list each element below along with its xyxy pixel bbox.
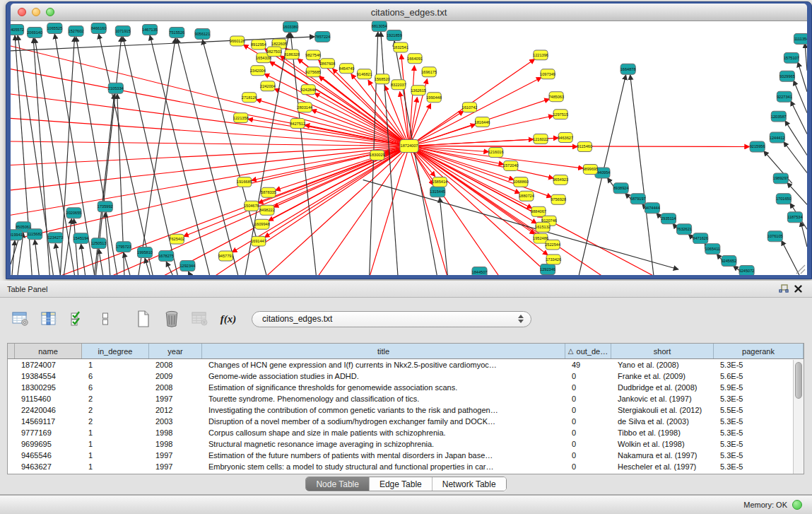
graph-node[interactable]: 1467135 <box>142 24 158 35</box>
graph-node[interactable]: 8471626 <box>693 233 708 244</box>
graph-node[interactable]: 9115460 <box>577 142 592 152</box>
graph-node[interactable]: 8498222 <box>259 205 275 215</box>
cell-title[interactable]: Estimation of the future numbers of pati… <box>202 450 565 461</box>
cell-out_degree[interactable]: 0 <box>565 438 611 450</box>
graph-node[interactable]: 1504678 <box>244 201 259 211</box>
cell-title[interactable]: Disruption of a novel member of a sodium… <box>202 416 565 427</box>
cell-title[interactable]: Investigating the contribution of common… <box>202 404 565 416</box>
graph-node[interactable]: 7515526 <box>169 27 184 37</box>
cell-pagerank[interactable]: 5.3E-5 <box>714 427 804 438</box>
graph-node[interactable]: 1603380 <box>283 21 298 32</box>
network-view-window[interactable]: citations_edges.txt 24055722069140106552… <box>6 1 812 279</box>
cell-short[interactable]: Tibbo et al. (1998) <box>611 427 714 438</box>
graph-node[interactable]: 1795723 <box>116 242 131 252</box>
table-row[interactable]: 946554611997Estimation of the future num… <box>8 450 804 461</box>
cell-name[interactable]: 9463627 <box>15 461 82 472</box>
graph-node[interactable]: 1664878 <box>620 64 636 74</box>
graph-node[interactable]: 1678275 <box>158 251 174 262</box>
delete-button[interactable] <box>161 309 182 329</box>
graph-node[interactable]: 1065525 <box>47 23 62 33</box>
graph-node[interactable]: 1880724 <box>519 191 534 201</box>
cell-year[interactable]: 2003 <box>149 416 202 427</box>
graph-node[interactable]: 9660128 <box>230 36 245 46</box>
cell-out_degree[interactable]: 0 <box>565 461 611 472</box>
graph-node[interactable]: 8912954 <box>251 40 266 49</box>
graph-node[interactable]: 9457791 <box>218 251 234 261</box>
graph-node[interactable]: 1572040 <box>503 160 519 170</box>
graph-node[interactable]: 1816446 <box>475 117 490 127</box>
graph-node[interactable]: 1071915 <box>115 25 131 36</box>
graph-node[interactable]: 8454749 <box>339 64 355 74</box>
table-selector-dropdown[interactable]: citations_edges.txt <box>252 311 531 327</box>
cell-short[interactable]: Jankovic et al. (1997) <box>611 393 714 404</box>
column-header-out_degree[interactable]: △out_de… <box>565 344 611 358</box>
cell-name[interactable]: 9465546 <box>15 450 82 461</box>
graph-node[interactable]: 9474444 <box>645 203 660 214</box>
graph-node[interactable]: 8186328 <box>284 49 300 59</box>
cell-pagerank[interactable]: 5.3E-5 <box>714 461 804 472</box>
graph-node[interactable]: 1068860 <box>513 177 529 187</box>
column-edit-button[interactable] <box>38 309 59 329</box>
graph-node[interactable]: 1664091 <box>407 54 423 64</box>
cell-year[interactable]: 1998 <box>149 427 202 438</box>
graph-node[interactable]: 8322037 <box>391 80 406 90</box>
graph-node[interactable]: 1691447 <box>251 236 266 246</box>
cell-pagerank[interactable]: 5.3E-5 <box>714 438 804 450</box>
graph-node[interactable]: 9056121 <box>195 28 211 39</box>
graph-node[interactable]: 1527602 <box>69 25 84 36</box>
cell-in_degree[interactable]: 1 <box>82 461 149 472</box>
cell-pagerank[interactable]: 5.3E-5 <box>714 450 804 461</box>
graph-hub-node[interactable]: 18724007 <box>400 140 418 153</box>
graph-node[interactable]: 7857224 <box>314 31 330 42</box>
cell-pagerank[interactable]: 5.9E-5 <box>714 382 804 393</box>
graph-node[interactable]: 1615132 <box>535 222 551 232</box>
graph-node[interactable]: 1995810 <box>137 247 153 258</box>
cell-title[interactable]: Estimation of significance thresholds fo… <box>202 382 565 393</box>
vertical-scrollbar[interactable] <box>793 360 804 474</box>
graph-node[interactable]: 1297515 <box>553 110 568 119</box>
cell-title[interactable]: Tourette syndrome. Phenomenology and cla… <box>202 393 565 404</box>
graph-node[interactable]: 9242848 <box>300 85 316 95</box>
cell-name[interactable]: 9115460 <box>15 393 82 404</box>
graph-node[interactable]: 1292344 <box>180 261 195 271</box>
node-table[interactable]: namein_degreeyeartitle△out_de…shortpager… <box>7 343 804 474</box>
graph-node[interactable]: 1990448 <box>426 93 442 103</box>
cell-year[interactable]: 1998 <box>149 438 202 450</box>
cell-out_degree[interactable]: 0 <box>565 370 611 382</box>
cell-year[interactable]: 2009 <box>149 370 202 382</box>
graph-node[interactable]: 1585414 <box>432 177 447 187</box>
cell-name[interactable]: 22420046 <box>15 404 82 416</box>
graph-node[interactable]: 1111354 <box>794 33 807 44</box>
graph-node[interactable]: 1575107 <box>784 52 799 63</box>
citation-graph[interactable]: 2405572206914010655251527602846616010719… <box>11 21 807 275</box>
graph-node[interactable]: 2242004 <box>260 81 276 91</box>
cell-short[interactable]: Stergiakouli et al. (2012) <box>611 404 714 416</box>
cell-out_degree[interactable]: 0 <box>565 427 611 438</box>
cell-name[interactable]: 18300295 <box>15 382 82 393</box>
table-row[interactable]: 977716911998Corpus callosum shape and si… <box>8 427 804 438</box>
cell-year[interactable]: 1997 <box>149 461 202 472</box>
cell-in_degree[interactable]: 6 <box>82 370 149 382</box>
graph-node[interactable]: 1701650 <box>776 194 792 204</box>
cell-out_degree[interactable]: 0 <box>565 450 611 461</box>
cell-in_degree[interactable]: 1 <box>82 450 149 461</box>
graph-node[interactable]: 2935114 <box>661 214 676 224</box>
table-row[interactable]: 1456911722003Disruption of a novel membe… <box>8 416 804 427</box>
cell-short[interactable]: Yano et al. (2008) <box>611 359 714 370</box>
graph-node[interactable]: 9215956 <box>750 141 765 152</box>
graph-node[interactable]: 5878335 <box>261 187 276 197</box>
cell-pagerank[interactable]: 5.6E-5 <box>714 370 804 382</box>
table-row[interactable]: 2242004622012Investigating the contribut… <box>8 404 804 416</box>
tab-node-table[interactable]: Node Table <box>306 477 370 491</box>
graph-node[interactable]: 2867608 <box>319 59 335 69</box>
column-header-name[interactable]: name <box>15 344 82 358</box>
graph-node[interactable]: 8938924 <box>613 183 629 194</box>
table-row[interactable]: 969969511998Structural magnetic resonanc… <box>8 438 804 450</box>
table-row[interactable]: 1830029562008Estimation of significance … <box>8 382 804 393</box>
window-titlebar[interactable]: citations_edges.txt <box>11 4 807 21</box>
table-row[interactable]: 946362711997Embryonic stem cells: a mode… <box>8 461 804 472</box>
graph-node[interactable]: 7625402 <box>169 234 184 244</box>
graph-node[interactable]: 1187534 <box>787 212 802 223</box>
graph-node[interactable]: 2020655 <box>66 208 82 218</box>
graph-node[interactable]: 1362615 <box>411 86 426 95</box>
